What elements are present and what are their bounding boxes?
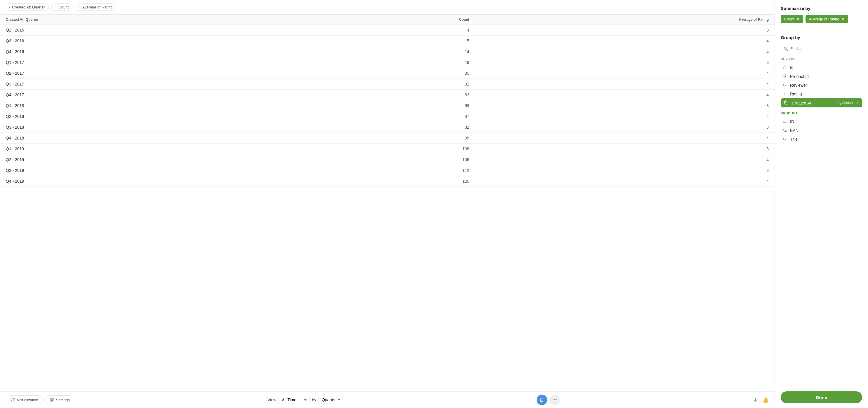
product-id-icon — [782, 74, 787, 79]
reviewer-icon: Aa — [782, 84, 787, 87]
add-summarize-button[interactable]: + — [850, 16, 854, 22]
created-at-remove[interactable]: ✕ — [856, 101, 859, 105]
title-icon: Aa — [782, 137, 787, 141]
filter-pill-avg-rating-label: Average of Rating — [82, 5, 113, 9]
cell-count: 87 — [318, 111, 475, 122]
cell-avg-rating: 3 — [475, 144, 775, 154]
rating-icon: # — [782, 92, 787, 96]
count-pill-remove[interactable]: ✕ — [796, 17, 800, 21]
cell-count: 95 — [318, 133, 475, 144]
table-row: Q3 - 2018 82 3 — [0, 122, 775, 133]
cell-created-at: Q3 - 2018 — [0, 122, 318, 133]
avg-rating-pill-remove[interactable]: ✕ — [841, 17, 845, 21]
cell-count: 126 — [318, 176, 475, 187]
filter-pill-count-label: Count — [58, 5, 69, 9]
cell-count: 14 — [318, 46, 475, 57]
cell-avg-rating: 4 — [475, 133, 775, 144]
avg-rating-pill[interactable]: Average of Rating ✕ — [806, 15, 848, 23]
filter-pill-avg-rating-icon: ÷ — [79, 5, 81, 9]
cell-created-at: Q4 - 2018 — [0, 133, 318, 144]
search-icon: 🔍 — [784, 46, 788, 51]
avg-rating-pill-label: Average of Rating — [809, 17, 839, 21]
summarize-title: Summarize by — [781, 6, 862, 11]
group-by-title: Group by — [781, 35, 862, 40]
cell-avg-rating: 4 — [475, 154, 775, 165]
filter-pill-created-at-icon: ▾ — [8, 5, 10, 9]
table-row: Q3 - 2016 5 4 — [0, 36, 775, 46]
settings-button[interactable]: ⚙️ Settings — [45, 396, 74, 404]
summarize-section: Summarize by Count ✕ Average of Rating ✕… — [775, 0, 868, 29]
cell-avg-rating: 4 — [475, 79, 775, 90]
cell-count: 69 — [318, 100, 475, 111]
group-item-ean[interactable]: Aa EAN — [781, 126, 862, 135]
table-row: Q2 - 2018 87 4 — [0, 111, 775, 122]
table-row: Q4 - 2018 95 4 — [0, 133, 775, 144]
cell-avg-rating: 4 — [475, 111, 775, 122]
done-section: Done — [775, 387, 868, 408]
group-item-created-at[interactable]: Created At by quarter ✕ — [781, 98, 862, 107]
group-search-input[interactable] — [781, 44, 862, 53]
cell-avg-rating: 4 — [475, 68, 775, 79]
visualization-label: Visualization — [17, 398, 38, 402]
done-button[interactable]: Done — [781, 391, 862, 403]
group-item-title[interactable]: Aa Title — [781, 135, 862, 144]
bottom-bar: 📈 Visualization ⚙️ Settings View All Tim… — [0, 391, 775, 408]
created-at-subtext: by quarter — [838, 101, 854, 105]
cell-avg-rating: 4 — [475, 36, 775, 46]
svg-rect-4 — [784, 101, 788, 104]
cell-created-at: Q3 - 2017 — [0, 79, 318, 90]
tab-icons: ⊞ 〜 — [537, 395, 560, 405]
cell-created-at: Q2 - 2018 — [0, 111, 318, 122]
cell-created-at: Q4 - 2016 — [0, 46, 318, 57]
cell-created-at: Q4 - 2017 — [0, 90, 318, 100]
table-row: Q1 - 2017 19 3 — [0, 57, 775, 68]
group-item-reviewer[interactable]: Aa Reviewer — [781, 81, 862, 90]
group-item-id[interactable]: 🏷 Id — [781, 63, 862, 72]
cell-count: 106 — [318, 154, 475, 165]
notification-icon[interactable]: 🔔 — [762, 397, 769, 403]
filter-pill-created-at[interactable]: ▾ Created At: Quarter — [5, 3, 49, 11]
group-item-rating[interactable]: # Rating — [781, 90, 862, 98]
cell-count: 19 — [318, 57, 475, 68]
bottom-left: 📈 Visualization ⚙️ Settings — [6, 396, 74, 404]
group-search-wrap: 🔍 — [781, 44, 862, 53]
table-row: Q3 - 2019 112 3 — [0, 165, 775, 176]
download-icon[interactable]: ⬇ — [753, 397, 757, 403]
cell-created-at: Q2 - 2019 — [0, 154, 318, 165]
group-by-section: Group by 🔍 REVIEW 🏷 Id — [775, 29, 868, 387]
filter-pill-count-icon: ÷ — [55, 5, 57, 9]
table-row: Q2 - 2016 4 3 — [0, 25, 775, 36]
visualization-button[interactable]: 📈 Visualization — [6, 396, 43, 404]
view-time-select[interactable]: All Time Last Year Last Month — [279, 396, 309, 404]
table-view-button[interactable]: ⊞ — [537, 395, 547, 405]
cell-avg-rating: 4 — [475, 90, 775, 100]
filter-pill-avg-rating[interactable]: ÷ Average of Rating — [75, 3, 116, 11]
cell-created-at: Q4 - 2019 — [0, 176, 318, 187]
table-row: Q2 - 2019 106 4 — [0, 154, 775, 165]
chart-view-button[interactable]: 〜 — [550, 395, 560, 405]
cell-avg-rating: 3 — [475, 100, 775, 111]
review-section-label: REVIEW — [781, 57, 862, 61]
by-label: by — [312, 398, 316, 402]
cell-count: 112 — [318, 165, 475, 176]
cell-count: 5 — [318, 36, 475, 46]
group-item-product-id[interactable]: Product Id — [781, 72, 862, 81]
cell-avg-rating: 3 — [475, 25, 775, 36]
cell-count: 63 — [318, 90, 475, 100]
sidebar: Summarize by Count ✕ Average of Rating ✕… — [775, 0, 868, 408]
cell-count: 32 — [318, 79, 475, 90]
table-row: Q3 - 2017 32 4 — [0, 79, 775, 90]
col-count: Count — [318, 14, 475, 25]
cell-avg-rating: 3 — [475, 57, 775, 68]
filter-pill-count[interactable]: ÷ Count — [51, 3, 72, 11]
table-row: Q4 - 2019 126 4 — [0, 176, 775, 187]
col-created-at: Created At: Quarter — [0, 14, 318, 25]
table-body: Q2 - 2016 4 3 Q3 - 2016 5 4 Q4 - 2016 14… — [0, 25, 775, 187]
col-avg-rating: Average of Rating — [475, 14, 775, 25]
settings-label: Settings — [56, 398, 70, 402]
svg-point-2 — [785, 76, 786, 77]
svg-point-0 — [785, 74, 786, 75]
count-pill[interactable]: Count ✕ — [781, 15, 803, 23]
view-period-select[interactable]: Quarter Month Year Day — [318, 396, 343, 404]
group-item-prod-id[interactable]: 🏷 ID — [781, 117, 862, 126]
